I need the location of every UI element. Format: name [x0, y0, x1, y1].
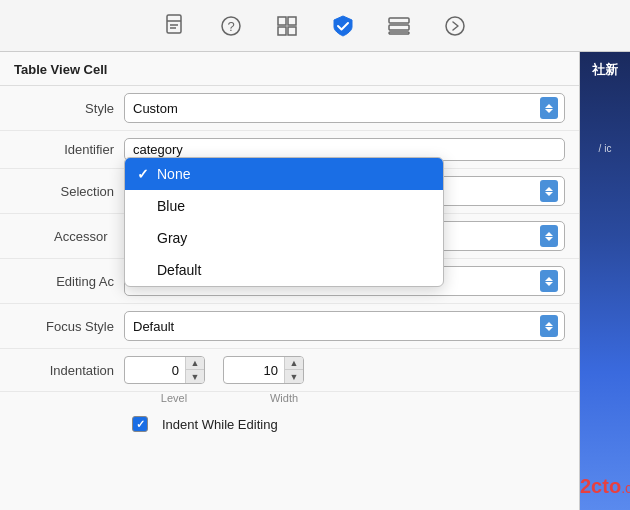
- indent-while-editing-label: Indent While Editing: [162, 417, 278, 432]
- width-input-box: ▲ ▼: [223, 356, 304, 384]
- right-panel-title: 社新: [584, 60, 626, 81]
- right-panel: 社新 / ic 2cto.com: [580, 52, 630, 510]
- indentation-row: Indentation ▲ ▼ ▲ ▼: [0, 349, 579, 392]
- indentation-label: Indentation: [14, 363, 124, 378]
- dropdown-item-gray[interactable]: Gray: [125, 222, 443, 254]
- arrow-down-icon4: [545, 282, 553, 286]
- focus-style-label: Focus Style: [14, 319, 124, 334]
- style-value: Custom: [133, 101, 178, 116]
- width-increment-button[interactable]: ▲: [285, 357, 303, 370]
- level-decrement-button[interactable]: ▼: [186, 370, 204, 383]
- list-icon[interactable]: [385, 12, 413, 40]
- selection-dropdown: ✓ None Blue Gray Default: [124, 157, 444, 287]
- selection-arrow: [540, 180, 558, 202]
- arrow-up-icon3: [545, 232, 553, 236]
- dropdown-label-none: None: [157, 166, 190, 182]
- watermark: 2cto.com: [580, 475, 630, 498]
- svg-point-13: [446, 17, 464, 35]
- dropdown-item-blue[interactable]: Blue: [125, 190, 443, 222]
- arrow-up-icon2: [545, 187, 553, 191]
- style-control: Custom: [124, 93, 565, 123]
- indent-while-editing-row: ✓ Indent While Editing: [0, 408, 579, 440]
- focus-style-row: Focus Style Default: [0, 304, 579, 349]
- svg-rect-7: [288, 17, 296, 25]
- check-icon-none: ✓: [137, 166, 157, 182]
- accessory-arrow: [540, 225, 558, 247]
- watermark-text: 2cto: [580, 475, 621, 497]
- top-toolbar: ?: [0, 0, 630, 52]
- width-decrement-button[interactable]: ▼: [285, 370, 303, 383]
- app-window: ?: [0, 0, 630, 510]
- style-row: Style Custom: [0, 86, 579, 131]
- style-select[interactable]: Custom: [124, 93, 565, 123]
- indent-checkbox[interactable]: ✓: [132, 416, 148, 432]
- focus-style-arrow: [540, 315, 558, 337]
- editing-arrow: [540, 270, 558, 292]
- svg-text:?: ?: [228, 19, 235, 34]
- arrow-up-icon4: [545, 277, 553, 281]
- indentation-control: ▲ ▼ ▲ ▼: [124, 356, 565, 384]
- level-increment-button[interactable]: ▲: [186, 357, 204, 370]
- level-input[interactable]: [125, 360, 185, 381]
- checkmark-icon: ✓: [136, 418, 145, 431]
- file-icon[interactable]: [161, 12, 189, 40]
- width-stepper: ▲ ▼: [284, 357, 303, 383]
- arrow-down-icon3: [545, 237, 553, 241]
- svg-rect-0: [167, 15, 181, 33]
- right-panel-link: / ic: [584, 141, 626, 157]
- svg-rect-8: [278, 27, 286, 35]
- svg-rect-9: [288, 27, 296, 35]
- dropdown-label-blue: Blue: [157, 198, 185, 214]
- arrow-down-icon2: [545, 192, 553, 196]
- svg-rect-11: [389, 25, 409, 30]
- arrow-down-icon: [545, 109, 553, 113]
- grid-icon[interactable]: [273, 12, 301, 40]
- svg-rect-12: [389, 32, 409, 34]
- dropdown-item-default[interactable]: Default: [125, 254, 443, 286]
- inspector-panel: Table View Cell Style Custom Ide: [0, 52, 580, 510]
- section-header: Table View Cell: [0, 52, 579, 86]
- level-stepper: ▲ ▼: [185, 357, 204, 383]
- focus-style-select[interactable]: Default: [124, 311, 565, 341]
- svg-rect-6: [278, 17, 286, 25]
- width-input[interactable]: [224, 360, 284, 381]
- arrow-up-icon: [545, 104, 553, 108]
- level-input-box: ▲ ▼: [124, 356, 205, 384]
- level-col-label: Level: [134, 392, 214, 404]
- arrow-up-icon5: [545, 322, 553, 326]
- section-title: Table View Cell: [14, 62, 107, 77]
- col-labels: Level Width: [0, 392, 579, 408]
- shield-icon[interactable]: [329, 12, 357, 40]
- editing-label: Editing Ac: [14, 274, 124, 289]
- focus-style-control: Default: [124, 311, 565, 341]
- style-select-arrow: [540, 97, 558, 119]
- dropdown-label-gray: Gray: [157, 230, 187, 246]
- main-area: Table View Cell Style Custom Ide: [0, 52, 630, 510]
- width-col-label: Width: [244, 392, 324, 404]
- right-panel-content: 社新 / ic: [580, 52, 630, 165]
- arrow-down-icon5: [545, 327, 553, 331]
- dropdown-label-default: Default: [157, 262, 201, 278]
- watermark-subtext: .com: [621, 480, 630, 496]
- forward-icon[interactable]: [441, 12, 469, 40]
- svg-rect-10: [389, 18, 409, 23]
- accessory-label: Accessory: [14, 229, 124, 244]
- identifier-label: Identifier: [14, 142, 124, 157]
- help-icon[interactable]: ?: [217, 12, 245, 40]
- style-label: Style: [14, 101, 124, 116]
- dropdown-item-none[interactable]: ✓ None: [125, 158, 443, 190]
- focus-style-value: Default: [133, 319, 174, 334]
- selection-label: Selection: [14, 184, 124, 199]
